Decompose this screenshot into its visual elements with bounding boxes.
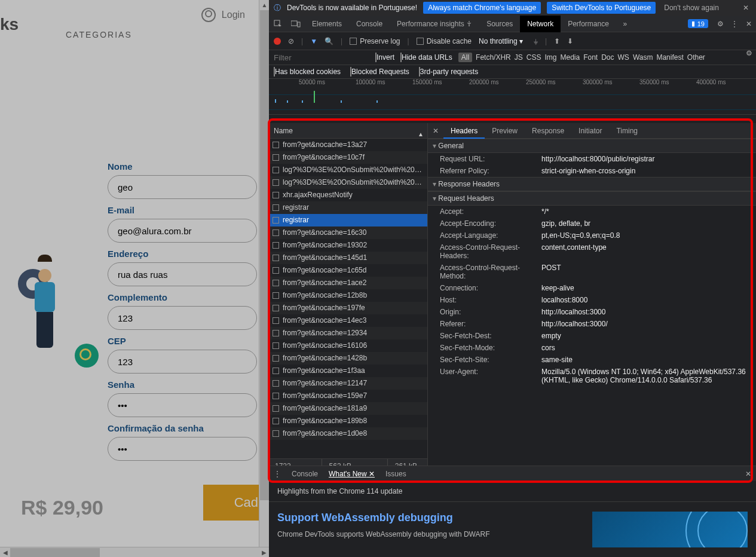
tab-performance[interactable]: Performance: [561, 16, 616, 32]
upload-icon[interactable]: ⬆: [554, 37, 560, 45]
input-nome[interactable]: [108, 175, 257, 199]
input-complemento[interactable]: [108, 306, 257, 330]
request-row[interactable]: from?get&nocache=16106: [269, 339, 427, 352]
close-infobar-icon[interactable]: ✕: [740, 2, 751, 14]
preserve-log-checkbox[interactable]: Preserve log: [350, 37, 400, 45]
filter-js[interactable]: JS: [515, 53, 523, 62]
clear-icon[interactable]: ⊘: [288, 37, 294, 45]
v-sec-fetch-dest: empty: [541, 332, 751, 340]
blocked-requests-checkbox[interactable]: Blocked Requests: [350, 68, 409, 76]
match-language-button[interactable]: Always match Chrome's language: [423, 2, 541, 14]
dtab-timing[interactable]: Timing: [609, 123, 645, 139]
issues-badge[interactable]: ▮19: [688, 19, 708, 28]
input-email[interactable]: [108, 219, 257, 243]
more-tabs-icon[interactable]: »: [616, 20, 634, 28]
record-icon[interactable]: [274, 38, 281, 45]
settings-icon[interactable]: ⚙: [713, 20, 727, 28]
request-row[interactable]: from?get&nocache=19302: [269, 239, 427, 252]
dtab-preview[interactable]: Preview: [485, 123, 525, 139]
request-row[interactable]: from?get&nocache=189b8: [269, 415, 427, 427]
tab-perf-insights[interactable]: Performance insights: [390, 16, 479, 32]
drawer-tab-issues[interactable]: Issues: [385, 470, 406, 478]
filter-wasm[interactable]: Wasm: [633, 53, 653, 62]
request-row[interactable]: from?get&nocache=181a9: [269, 402, 427, 415]
filter-input[interactable]: [274, 53, 369, 62]
disable-cache-checkbox[interactable]: Disable cache: [417, 37, 472, 45]
device-icon[interactable]: [287, 19, 305, 28]
switch-language-button[interactable]: Switch DevTools to Portuguese: [547, 2, 656, 14]
request-row[interactable]: from?get&nocache=1f3aa: [269, 365, 427, 377]
invert-checkbox[interactable]: Invert: [375, 53, 394, 62]
close-devtools-icon[interactable]: ✕: [742, 20, 756, 28]
k-connection: Connection:: [440, 284, 541, 292]
hide-dataurls-checkbox[interactable]: Hide data URLs: [400, 53, 452, 62]
inspect-icon[interactable]: [269, 19, 287, 28]
input-cep[interactable]: [108, 350, 257, 374]
request-row[interactable]: from?get&nocache=10c7f: [269, 151, 427, 164]
request-row[interactable]: from?get&nocache=12934: [269, 327, 427, 339]
search-icon[interactable]: 🔍: [325, 37, 333, 45]
horizontal-scrollbar[interactable]: ◀▶: [0, 547, 269, 557]
tab-sources[interactable]: Sources: [479, 16, 520, 32]
filter-other[interactable]: Other: [687, 53, 705, 62]
request-row[interactable]: from?get&nocache=197fe: [269, 302, 427, 314]
request-row[interactable]: from?get&nocache=1d0e8: [269, 427, 427, 440]
request-row[interactable]: registrar: [269, 201, 427, 214]
request-row[interactable]: log?%3D%3E%20OnSubmit%20with%20…: [269, 164, 427, 176]
drawer-tab-whatsnew[interactable]: What's New ✕: [329, 470, 375, 478]
request-row[interactable]: from?get&nocache=1428b: [269, 352, 427, 365]
input-endereco[interactable]: [108, 262, 257, 286]
request-row[interactable]: from?get&nocache=14ec3: [269, 314, 427, 327]
request-row[interactable]: from?get&nocache=12147: [269, 377, 427, 390]
request-row[interactable]: from?get&nocache=16c30: [269, 227, 427, 239]
throttle-select[interactable]: No throttling ▾: [479, 37, 523, 45]
tab-elements[interactable]: Elements: [305, 16, 349, 32]
kebab-icon[interactable]: ⋮: [727, 20, 742, 28]
tab-network[interactable]: Network: [520, 16, 561, 32]
dtab-response[interactable]: Response: [525, 123, 571, 139]
tick: 100000 ms: [356, 79, 385, 85]
request-row[interactable]: from?get&nocache=13a27: [269, 139, 427, 151]
filter-img[interactable]: Img: [544, 53, 556, 62]
section-request-headers[interactable]: Request Headers: [428, 191, 756, 206]
vertical-scrollbar[interactable]: ▲: [259, 0, 269, 547]
request-row[interactable]: from?get&nocache=1ace2: [269, 277, 427, 289]
drawer-close-icon[interactable]: ✕: [745, 470, 751, 478]
input-senha[interactable]: [108, 393, 257, 417]
network-timeline[interactable]: 50000 ms 100000 ms 150000 ms 200000 ms 2…: [269, 79, 756, 115]
dtab-headers[interactable]: Headers: [443, 123, 485, 139]
request-row[interactable]: log?%3D%3E%20OnSubmit%20with%20…: [269, 176, 427, 189]
filter-manifest[interactable]: Manifest: [656, 53, 683, 62]
dismiss-infobar-button[interactable]: Don't show again: [662, 2, 721, 14]
nav-categorias[interactable]: CATEGORIAS: [0, 30, 269, 48]
dtab-initiator[interactable]: Initiator: [571, 123, 609, 139]
drawer-kebab-icon[interactable]: ⋮: [274, 470, 281, 478]
filter-media[interactable]: Media: [560, 53, 580, 62]
download-icon[interactable]: ⬇: [567, 37, 573, 45]
thirdparty-checkbox[interactable]: 3rd-party requests: [419, 68, 478, 76]
close-detail-icon[interactable]: ✕: [428, 127, 443, 135]
blocked-cookies-checkbox[interactable]: Has blocked cookies: [274, 68, 341, 76]
tab-console[interactable]: Console: [349, 16, 390, 32]
request-row[interactable]: from?get&nocache=1c65d: [269, 264, 427, 277]
request-row[interactable]: from?get&nocache=159e7: [269, 390, 427, 402]
wifi-icon[interactable]: ⏚: [534, 37, 538, 45]
login-link[interactable]: Login: [222, 10, 245, 20]
section-general[interactable]: General: [428, 139, 756, 153]
request-row[interactable]: registrar: [269, 214, 427, 227]
filter-font[interactable]: Font: [583, 53, 598, 62]
filter-all[interactable]: All: [458, 53, 472, 62]
drawer-tab-console[interactable]: Console: [292, 470, 318, 478]
network-settings-icon[interactable]: ⚙: [746, 49, 752, 57]
section-response-headers[interactable]: Response Headers: [428, 177, 756, 191]
filter-doc[interactable]: Doc: [601, 53, 614, 62]
reqlist-header[interactable]: Name▲: [269, 123, 427, 139]
request-row[interactable]: from?get&nocache=12b8b: [269, 289, 427, 302]
request-row[interactable]: from?get&nocache=145d1: [269, 252, 427, 264]
filter-ws[interactable]: WS: [618, 53, 629, 62]
input-senha2[interactable]: [108, 437, 257, 461]
request-row[interactable]: xhr.ajaxRequestNotify: [269, 189, 427, 201]
filter-icon[interactable]: ▼: [310, 37, 317, 45]
filter-fetch[interactable]: Fetch/XHR: [476, 53, 511, 62]
filter-css[interactable]: CSS: [527, 53, 541, 62]
